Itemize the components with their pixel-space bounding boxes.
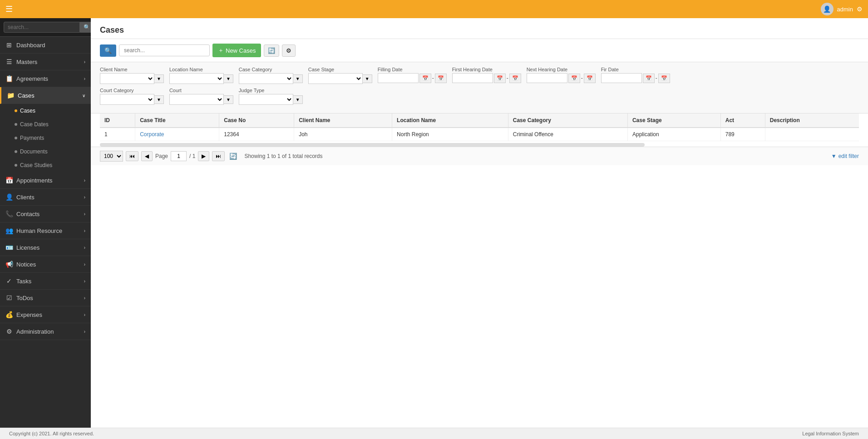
expenses-icon: 💰 bbox=[5, 311, 13, 318]
prev-page-button[interactable]: ◀ bbox=[141, 151, 153, 161]
sidebar-item-licenses[interactable]: 🪪 Licenses › bbox=[0, 239, 91, 256]
page-number-input[interactable] bbox=[171, 151, 187, 161]
sidebar-item-label: Clients bbox=[16, 194, 35, 201]
first-hearing-to-cal-btn[interactable]: 📅 bbox=[509, 74, 521, 83]
judge-type-select[interactable] bbox=[239, 94, 293, 105]
sidebar-subitem-case-dates[interactable]: Case Dates bbox=[0, 118, 91, 131]
cell-description bbox=[765, 128, 859, 141]
sub-item-label: Payments bbox=[20, 135, 44, 141]
case-stage-select[interactable] bbox=[308, 73, 363, 84]
search-button[interactable]: 🔍 bbox=[100, 44, 116, 57]
refresh-icon[interactable]: 🔄 bbox=[229, 153, 237, 160]
first-hearing-date-from[interactable] bbox=[452, 73, 493, 83]
filter-case-category: Case Category ▼ bbox=[239, 67, 303, 84]
first-hearing-date-label: First Hearing Date bbox=[452, 67, 521, 72]
sidebar-item-tasks[interactable]: ✓ Tasks › bbox=[0, 273, 91, 290]
filter-area: Client Name ▼ Location Name ▼ Case Categ… bbox=[91, 62, 868, 113]
sub-item-label: Case Studies bbox=[20, 162, 52, 168]
last-page-button[interactable]: ⏭ bbox=[212, 151, 225, 161]
first-page-button[interactable]: ⏮ bbox=[126, 151, 138, 161]
filling-date-cal-btn[interactable]: 📅 bbox=[419, 74, 431, 83]
administration-icon: ⚙ bbox=[5, 328, 13, 335]
admin-name-label: admin bbox=[837, 6, 853, 13]
court-category-dropdown-btn[interactable]: ▼ bbox=[154, 95, 164, 104]
search-button[interactable]: 🔍 bbox=[80, 22, 91, 33]
court-select[interactable] bbox=[169, 94, 224, 105]
page-size-select[interactable]: 100 10 25 50 bbox=[100, 151, 123, 162]
date-separator: - bbox=[656, 75, 657, 81]
sidebar-item-cases[interactable]: 📁 Cases ∨ bbox=[0, 87, 91, 104]
sidebar-subitem-cases[interactable]: Cases bbox=[0, 104, 91, 118]
dot-icon bbox=[15, 109, 17, 112]
sub-item-label: Case Dates bbox=[20, 121, 49, 128]
search-input[interactable] bbox=[4, 22, 80, 33]
judge-type-label: Judge Type bbox=[239, 88, 303, 93]
court-dropdown-btn[interactable]: ▼ bbox=[224, 95, 233, 104]
col-client-name: Client Name bbox=[294, 113, 392, 128]
fir-date-cal-btn[interactable]: 📅 bbox=[643, 74, 655, 83]
client-name-select[interactable] bbox=[100, 73, 154, 84]
main-search-input[interactable] bbox=[119, 44, 210, 56]
tasks-icon: ✓ bbox=[5, 277, 13, 285]
sidebar-subitem-case-studies[interactable]: Case Studies bbox=[0, 158, 91, 172]
topbar-settings-icon[interactable]: ⚙ bbox=[857, 5, 863, 13]
sidebar-item-clients[interactable]: 👤 Clients › bbox=[0, 189, 91, 206]
case-stage-label: Case Stage bbox=[308, 67, 372, 72]
fir-date-to-cal-btn[interactable]: 📅 bbox=[658, 74, 670, 83]
sidebar-item-human-resource[interactable]: 👥 Human Resource › bbox=[0, 222, 91, 239]
case-stage-dropdown-btn[interactable]: ▼ bbox=[363, 74, 372, 83]
col-case-stage: Case Stage bbox=[627, 113, 720, 128]
sidebar-subitem-documents[interactable]: Documents bbox=[0, 145, 91, 158]
sidebar-item-administration[interactable]: ⚙ Administration › bbox=[0, 323, 91, 340]
sidebar-item-appointments[interactable]: 📅 Appointments › bbox=[0, 172, 91, 189]
sidebar-item-dashboard[interactable]: ⊞ Dashboard bbox=[0, 37, 91, 54]
filter-case-stage: Case Stage ▼ bbox=[308, 67, 372, 84]
licenses-icon: 🪪 bbox=[5, 244, 13, 251]
cell-location-name: North Region bbox=[392, 128, 508, 141]
case-category-select[interactable] bbox=[239, 73, 293, 84]
case-category-dropdown-btn[interactable]: ▼ bbox=[293, 74, 303, 83]
sidebar-item-agreements[interactable]: 📋 Agreements › bbox=[0, 70, 91, 87]
sidebar-item-contacts[interactable]: 📞 Contacts › bbox=[0, 206, 91, 222]
chevron-right-icon: › bbox=[84, 195, 85, 200]
filling-date-from[interactable] bbox=[378, 73, 419, 83]
edit-filter-button[interactable]: ▼ edit filter bbox=[831, 153, 859, 159]
agreements-icon: 📋 bbox=[5, 75, 13, 82]
next-hearing-date-from[interactable] bbox=[527, 73, 567, 83]
hamburger-icon[interactable]: ☰ bbox=[5, 4, 13, 14]
horizontal-scroll-area[interactable] bbox=[91, 141, 868, 147]
location-name-dropdown-btn[interactable]: ▼ bbox=[224, 74, 233, 83]
location-name-select[interactable] bbox=[169, 73, 224, 84]
court-category-select[interactable] bbox=[100, 94, 154, 105]
first-hearing-cal-btn[interactable]: 📅 bbox=[494, 74, 506, 83]
toolbar: 🔍 ＋ New Cases 🔄 ⚙ bbox=[91, 39, 868, 62]
new-cases-button[interactable]: ＋ New Cases bbox=[212, 44, 261, 57]
main-content: Cases 🔍 ＋ New Cases 🔄 ⚙ Client Name ▼ bbox=[91, 18, 868, 428]
filter-fir-date: Fir Date 📅 - 📅 bbox=[601, 67, 670, 84]
judge-type-dropdown-btn[interactable]: ▼ bbox=[293, 95, 303, 104]
location-name-label: Location Name bbox=[169, 67, 233, 72]
chevron-right-icon: › bbox=[84, 245, 85, 250]
scroll-track bbox=[100, 143, 645, 147]
sidebar-subitem-payments[interactable]: Payments bbox=[0, 131, 91, 145]
cell-case-category: Criminal Offence bbox=[508, 128, 627, 141]
next-hearing-to-cal-btn[interactable]: 📅 bbox=[584, 74, 596, 83]
sidebar-item-label: Human Resource bbox=[16, 227, 62, 234]
contacts-icon: 📞 bbox=[5, 210, 13, 217]
sidebar-item-notices[interactable]: 📢 Notices › bbox=[0, 256, 91, 273]
next-page-button[interactable]: ▶ bbox=[198, 151, 209, 161]
cell-case-title[interactable]: Corporate bbox=[135, 128, 219, 141]
refresh-button[interactable]: 🔄 bbox=[264, 44, 279, 57]
fir-date-from[interactable] bbox=[601, 73, 642, 83]
table-area: ID Case Title Case No Client Name Locati… bbox=[91, 113, 868, 141]
sidebar-item-expenses[interactable]: 💰 Expenses › bbox=[0, 306, 91, 323]
sidebar-item-todos[interactable]: ☑ ToDos › bbox=[0, 290, 91, 306]
filling-date-to-cal-btn[interactable]: 📅 bbox=[435, 74, 447, 83]
settings-columns-button[interactable]: ⚙ bbox=[282, 44, 296, 57]
filter-court-category: Court Category ▼ bbox=[100, 88, 164, 105]
col-location-name: Location Name bbox=[392, 113, 508, 128]
client-name-dropdown-btn[interactable]: ▼ bbox=[154, 74, 164, 83]
appointments-icon: 📅 bbox=[5, 177, 13, 184]
next-hearing-cal-btn[interactable]: 📅 bbox=[568, 74, 580, 83]
sidebar-item-masters[interactable]: ☰ Masters › bbox=[0, 54, 91, 70]
